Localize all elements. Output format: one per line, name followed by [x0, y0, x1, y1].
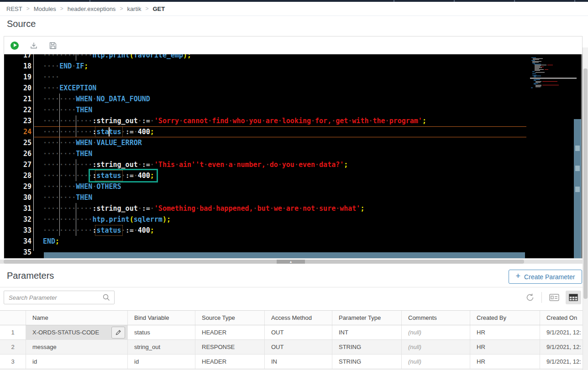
code-line[interactable]: 23············:string_out·:=·'Sorry·cann…: [4, 115, 582, 126]
column-header[interactable]: Name: [26, 311, 128, 325]
code-line[interactable]: 27············:string_out·:=·'This·ain''…: [4, 159, 582, 170]
code-line-text: ····END·IF;: [43, 61, 88, 72]
code-line[interactable]: 31············:string_out·:=·'Something·…: [4, 203, 582, 214]
refresh-icon[interactable]: [525, 292, 535, 302]
search-parameter-input[interactable]: [9, 292, 100, 303]
code-line[interactable]: 22········THEN: [4, 104, 582, 115]
cell-created_by[interactable]: HR: [470, 340, 540, 354]
minimap-bar-string: [542, 85, 559, 85]
cell-access[interactable]: IN: [265, 354, 332, 369]
minimap-bar: [534, 64, 541, 64]
code-line[interactable]: 20····EXCEPTION: [4, 83, 582, 94]
code-line[interactable]: 17············htp.print(favorite_emp);: [4, 54, 582, 61]
code-line[interactable]: 26········THEN: [4, 148, 582, 159]
column-header[interactable]: Created By: [470, 311, 540, 325]
cell-access[interactable]: OUT: [265, 325, 332, 339]
code-line[interactable]: 34END;: [4, 236, 582, 247]
line-number: 27: [4, 159, 31, 170]
table-row[interactable]: 3ididHEADERINSTRING(null)HR9/1/2021, 12:: [0, 354, 583, 369]
cell-source_type[interactable]: RESPONSE: [195, 340, 265, 354]
breadcrumb-item[interactable]: Modules: [34, 5, 56, 12]
grid-view-icon: [569, 294, 578, 301]
cell-name[interactable]: message: [26, 340, 128, 354]
breadcrumb-item[interactable]: kartik: [127, 5, 141, 12]
code-line[interactable]: 19····: [4, 72, 582, 83]
code-line[interactable]: 32············htp.print(sqlerrm);: [4, 214, 582, 225]
breadcrumb-item[interactable]: REST: [6, 5, 22, 12]
column-header[interactable]: Created On: [540, 311, 583, 325]
card-view-icon[interactable]: [548, 292, 560, 302]
editor-minimap[interactable]: [531, 57, 576, 91]
editor-horizontal-scrollbar[interactable]: [44, 252, 525, 258]
code-line[interactable]: 25········WHEN·VALUE_ERROR: [4, 137, 582, 148]
page-scrollbar-thumb[interactable]: [583, 68, 588, 299]
table-row[interactable]: 2messagestring_outRESPONSEOUTSTRING(null…: [0, 340, 583, 354]
column-header[interactable]: Parameter Type: [332, 311, 402, 325]
cell-param_type[interactable]: STRING: [332, 340, 402, 354]
code-editor[interactable]: 17············htp.print(favorite_emp);18…: [4, 54, 582, 258]
cell-name[interactable]: id: [26, 354, 128, 369]
minimap-bar: [532, 61, 541, 62]
cell-source_type[interactable]: HEADER: [195, 354, 265, 369]
parameters-divider: [0, 287, 588, 287]
cell-comments[interactable]: (null): [402, 354, 470, 369]
code-line[interactable]: 18····END·IF;: [4, 61, 582, 72]
cell-num[interactable]: 1: [0, 325, 26, 339]
cell-bind[interactable]: id: [128, 354, 195, 369]
minimap-bar: [532, 75, 536, 75]
cell-param_type[interactable]: STRING: [332, 354, 402, 369]
cell-created_on[interactable]: 9/1/2021, 12:: [540, 325, 583, 339]
column-header[interactable]: Comments: [402, 311, 470, 325]
cell-comments[interactable]: (null): [402, 325, 470, 339]
cell-created_on[interactable]: 9/1/2021, 12:: [540, 340, 583, 354]
column-header[interactable]: Source Type: [195, 311, 265, 325]
search-icon[interactable]: [102, 293, 110, 303]
play-icon: [14, 43, 17, 47]
cell-name[interactable]: X-ORDS-STATUS-CODE: [26, 325, 128, 339]
code-line-text: ········THEN: [43, 104, 92, 115]
minimap-line: [531, 88, 576, 89]
code-line[interactable]: 24············:status·:=·400;: [4, 126, 582, 137]
column-header[interactable]: Bind Variable: [128, 311, 195, 325]
column-header[interactable]: [0, 311, 26, 325]
source-panel: 17············htp.print(favorite_emp);18…: [4, 36, 583, 259]
cell-bind[interactable]: string_out: [128, 340, 195, 354]
cell-comments[interactable]: (null): [402, 340, 470, 354]
minimap-bar: [531, 57, 536, 58]
line-number: 30: [4, 192, 31, 203]
table-row[interactable]: 1X-ORDS-STATUS-CODEstatusHEADEROUTINT(nu…: [0, 325, 583, 340]
column-header[interactable]: Access Method: [265, 311, 332, 325]
run-button[interactable]: [10, 42, 19, 50]
cell-num[interactable]: 2: [0, 340, 26, 354]
code-line-text: ····EXCEPTION: [43, 83, 96, 94]
cell-num[interactable]: 3: [0, 354, 26, 369]
cell-bind[interactable]: status: [128, 325, 195, 339]
table-header-row: NameBind VariableSource TypeAccess Metho…: [0, 311, 583, 325]
cell-access[interactable]: OUT: [265, 340, 332, 354]
code-line[interactable]: 33············:status·:=·400;: [4, 225, 582, 236]
splitter-handle[interactable]: ▲: [277, 260, 305, 264]
editor-vertical-scrollbar[interactable]: [574, 119, 581, 258]
edit-cell-button[interactable]: [111, 327, 125, 339]
code-line[interactable]: 21········WHEN·NO_DATA_FOUND: [4, 94, 582, 104]
minimap-bar: [532, 63, 535, 63]
cell-created_by[interactable]: HR: [470, 354, 540, 369]
line-number: 29: [4, 181, 31, 192]
minimap-bar: [532, 62, 539, 63]
minimap-bar: [535, 67, 540, 67]
cell-source_type[interactable]: HEADER: [195, 325, 265, 339]
code-line-text: END;: [43, 236, 59, 247]
code-line[interactable]: 28············:status·:=·400;: [4, 170, 582, 181]
cell-created_by[interactable]: HR: [470, 325, 540, 339]
save-icon[interactable]: [49, 42, 57, 50]
download-icon[interactable]: [30, 42, 38, 50]
code-line[interactable]: 30········THEN: [4, 192, 582, 203]
create-parameter-button[interactable]: + Create Parameter: [509, 270, 582, 284]
code-line-text: ············:status·:=·400;: [43, 170, 154, 181]
cell-created_on[interactable]: 9/1/2021, 12:: [540, 354, 583, 369]
splitter-scrollbar-thumb[interactable]: [4, 260, 524, 264]
grid-view-button-active[interactable]: [566, 291, 581, 304]
code-line[interactable]: 29········WHEN·OTHERS: [4, 181, 582, 192]
breadcrumb-item[interactable]: header.exceptions: [68, 5, 116, 12]
cell-param_type[interactable]: INT: [332, 325, 402, 339]
